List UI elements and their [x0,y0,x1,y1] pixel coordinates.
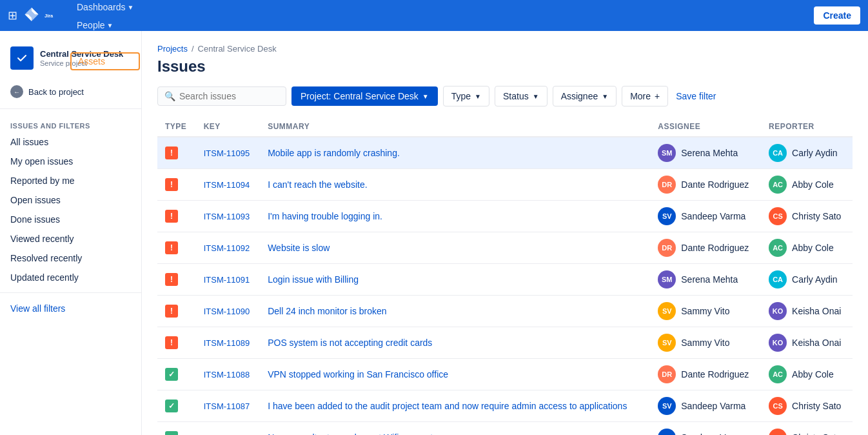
issue-summary[interactable]: Login issue with Billing [268,274,359,285]
table-row[interactable]: !ITSM-11093I'm having trouble logging in… [157,201,853,232]
sidebar: Central Service Desk Service project ← B… [0,31,142,435]
col-type: Type [157,117,196,137]
avatar: CS [769,397,787,415]
avatar: CA [769,270,787,288]
assignee-filter-button[interactable]: Assignee ▼ [553,86,617,106]
issue-key[interactable]: ITSM-11089 [204,338,250,348]
table-row[interactable]: ✓ITSM-11086New consultants need guest Wi… [157,422,853,436]
view-all-filters[interactable]: View all filters [0,298,141,319]
topnav-item-people[interactable]: People▼ [70,16,140,34]
chevron-down-icon: ▼ [99,76,106,83]
plus-icon: + [655,91,660,101]
table-row[interactable]: ✓ITSM-11087I have been added to the audi… [157,390,853,422]
issue-key[interactable]: ITSM-11095 [204,148,250,158]
issue-key[interactable]: ITSM-11091 [204,275,250,285]
sidebar-item-all-issues[interactable]: All issues [0,132,141,152]
avatar: CS [769,207,787,225]
search-input[interactable] [179,91,279,101]
chevron-down-icon: ▼ [533,93,539,100]
search-icon: 🔍 [164,91,175,101]
col-assignee: Assignee [650,117,761,137]
avatar: AC [769,365,787,383]
issue-summary[interactable]: I can't reach the website. [268,179,367,190]
chevron-down-icon: ▼ [422,93,429,100]
breadcrumb: Projects / Central Service Desk [157,44,853,54]
assignee-name: Serena Mehta [681,148,738,158]
status-filter-button[interactable]: Status ▼ [495,86,547,106]
reporter-cell: ACAbby Cole [769,365,845,383]
sidebar-item-done-issues[interactable]: Done issues [0,210,141,229]
sidebar-item-viewed-recently[interactable]: Viewed recently [0,229,141,248]
issue-summary[interactable]: I'm having trouble logging in. [268,211,382,221]
issue-summary[interactable]: Mobile app is randomly crashing. [268,148,400,158]
search-box[interactable]: 🔍 [157,86,286,106]
reporter-name: Keisha Onai [792,306,841,316]
assignee-name: Dante Rodriguez [681,179,749,190]
issue-summary[interactable]: I have been added to the audit project t… [268,401,627,411]
avatar: DR [658,365,676,383]
filters-bar: 🔍 Project: Central Service Desk ▼ Type ▼… [157,86,853,106]
reporter-name: Carly Aydin [792,148,838,158]
sidebar-item-my-open-issues[interactable]: My open issues [0,152,141,171]
bug-icon: ! [165,241,178,254]
breadcrumb-projects[interactable]: Projects [157,44,188,54]
type-filter-button[interactable]: Type ▼ [443,86,489,106]
create-button[interactable]: Create [814,6,860,25]
topnav-item-assets[interactable]: Assets [70,52,140,70]
issue-key[interactable]: ITSM-11088 [204,370,250,379]
avatar: SV [658,334,676,352]
avatar: DR [658,239,676,257]
chevron-down-icon: ▼ [128,4,134,11]
table-row[interactable]: !ITSM-11095Mobile app is randomly crashi… [157,137,853,169]
assignee-name: Sammy Vito [681,306,729,316]
sidebar-item-updated-recently[interactable]: Updated recently [0,268,141,287]
jira-logo[interactable]: Jira [23,6,63,25]
table-row[interactable]: !ITSM-11090Dell 24 inch monitor is broke… [157,296,853,327]
table-row[interactable]: ✓ITSM-11088VPN stopped working in San Fr… [157,359,853,390]
table-row[interactable]: !ITSM-11091Login issue with BillingSMSer… [157,264,853,296]
table-row[interactable]: !ITSM-11092Website is slowDRDante Rodrig… [157,232,853,264]
table-row[interactable]: !ITSM-11094I can't reach the website.DRD… [157,169,853,201]
avatar: SM [658,144,676,162]
topnav-item-apps[interactable]: Apps▼ [70,70,140,88]
reporter-cell: CSChristy Sato [769,207,845,225]
more-filter-button[interactable]: More + [622,86,668,106]
assignee-name: Sammy Vito [681,338,729,348]
avatar: AC [769,239,787,257]
issue-key[interactable]: ITSM-11092 [204,243,250,253]
issue-key[interactable]: ITSM-11093 [204,212,250,221]
page-title: Issues [157,57,853,76]
issue-summary[interactable]: Dell 24 inch monitor is broken [268,306,386,316]
sidebar-item-resolved-recently[interactable]: Resolved recently [0,248,141,268]
sidebar-item-reported-by-me[interactable]: Reported by me [0,171,141,190]
issues-tbody: !ITSM-11095Mobile app is randomly crashi… [157,137,853,435]
grid-icon[interactable]: ⊞ [8,8,17,23]
issue-summary[interactable]: New consultants need guest Wifi accounts [268,432,437,435]
topnav-item-dashboards[interactable]: Dashboards▼ [70,0,140,16]
assignee-name: Dante Rodriguez [681,369,749,379]
task-icon: ✓ [165,431,178,435]
reporter-name: Christy Sato [792,211,841,221]
table-row[interactable]: !ITSM-11089POS system is not accepting c… [157,327,853,359]
sidebar-item-open-issues[interactable]: Open issues [0,190,141,210]
save-filter-link[interactable]: Save filter [676,91,716,101]
reporter-cell: CACarly Aydin [769,270,845,288]
bug-icon: ! [165,210,178,223]
assignee-cell: SMSerena Mehta [658,270,753,288]
avatar: DR [658,176,676,194]
col-key: Key [196,117,260,137]
issue-summary[interactable]: POS system is not accepting credit cards [268,338,432,348]
issue-key[interactable]: ITSM-11090 [204,307,250,316]
project-filter-button[interactable]: Project: Central Service Desk ▼ [291,86,438,106]
reporter-name: Christy Sato [792,401,841,411]
topnav-item-plans[interactable]: Plans▼ [70,34,140,52]
issue-summary[interactable]: Website is slow [268,243,330,253]
top-navigation: ⊞ Jira Your work▼Projects▼Filters▼Dashbo… [0,0,868,31]
reporter-cell: CSChristy Sato [769,429,845,435]
col-reporter: Reporter [761,117,853,137]
issue-summary[interactable]: VPN stopped working in San Francisco off… [268,369,448,379]
issue-key[interactable]: ITSM-11087 [204,401,250,411]
issue-key[interactable]: ITSM-11094 [204,180,250,190]
bug-icon: ! [165,273,178,286]
assignee-name: Sandeep Varma [681,401,745,411]
